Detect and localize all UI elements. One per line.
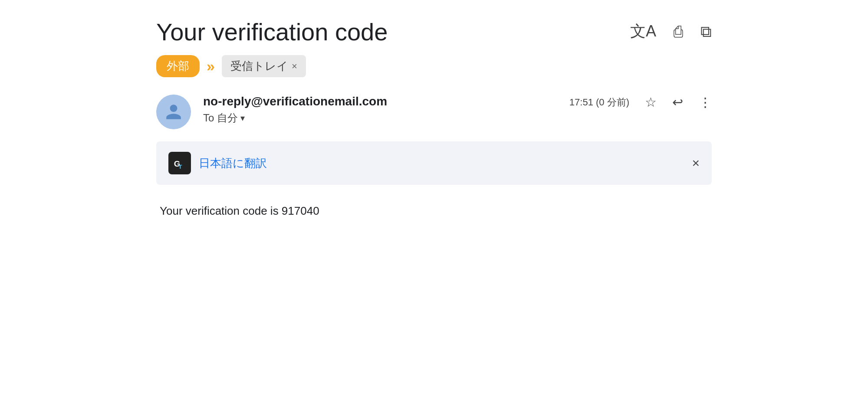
google-translate-icon: G T xyxy=(168,152,191,174)
reply-icon[interactable]: ↩ xyxy=(672,95,683,110)
email-subject: Your verification code xyxy=(156,17,630,46)
inbox-close-icon[interactable]: × xyxy=(292,61,297,72)
email-tags: 外部 » 受信トレイ × xyxy=(156,55,630,77)
sender-info: no-reply@verificationemail.com To 自分 ▾ xyxy=(203,95,557,125)
sender-email: no-reply@verificationemail.com xyxy=(203,95,557,108)
tag-external[interactable]: 外部 xyxy=(156,55,200,77)
email-header: Your verification code 外部 » 受信トレイ × 文A ⎙… xyxy=(156,17,712,77)
translate-banner: G T 日本語に翻訳 × xyxy=(156,141,712,185)
translate-close-icon[interactable]: × xyxy=(692,156,700,170)
print-icon[interactable]: ⎙ xyxy=(674,23,683,41)
arrow-icon: » xyxy=(207,58,215,75)
email-container: Your verification code 外部 » 受信トレイ × 文A ⎙… xyxy=(130,0,738,238)
translate-link[interactable]: 日本語に翻訳 xyxy=(199,156,267,171)
inbox-label: 受信トレイ xyxy=(230,59,288,74)
tag-inbox[interactable]: 受信トレイ × xyxy=(222,55,306,77)
header-actions: 文A ⎙ ⧉ xyxy=(630,17,712,42)
email-title-section: Your verification code 外部 » 受信トレイ × xyxy=(156,17,630,77)
email-body-text: Your verification code is 917040 xyxy=(160,202,708,220)
svg-text:T: T xyxy=(178,164,182,170)
translate-header-icon[interactable]: 文A xyxy=(630,21,656,42)
open-external-icon[interactable]: ⧉ xyxy=(700,23,712,41)
chevron-down-icon[interactable]: ▾ xyxy=(240,113,245,123)
sender-to[interactable]: To 自分 ▾ xyxy=(203,111,557,125)
more-icon[interactable]: ⋮ xyxy=(699,95,712,110)
translate-left: G T 日本語に翻訳 xyxy=(168,152,267,174)
star-icon[interactable]: ☆ xyxy=(645,95,657,110)
email-body: Your verification code is 917040 xyxy=(156,202,712,220)
avatar xyxy=(156,95,191,129)
email-time: 17:51 (0 分前) xyxy=(569,96,629,109)
to-label: To 自分 xyxy=(203,111,238,125)
translate-svg-icon: G T xyxy=(173,156,187,170)
avatar-person-icon xyxy=(164,103,183,121)
sender-row: no-reply@verificationemail.com To 自分 ▾ 1… xyxy=(156,95,712,129)
sender-time-actions: 17:51 (0 分前) ☆ ↩ ⋮ xyxy=(569,95,712,110)
